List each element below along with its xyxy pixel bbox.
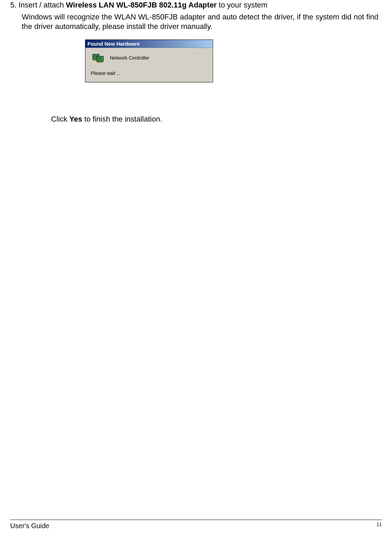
- svg-rect-9: [97, 59, 99, 60]
- svg-rect-2: [95, 55, 97, 56]
- dialog-screenshot: Found New Hardware: [85, 39, 382, 82]
- svg-rect-1: [93, 55, 95, 56]
- step-heading: 5. Insert / attach Wireless LAN WL-850FJ…: [10, 1, 382, 10]
- page-number: 11: [376, 522, 382, 527]
- svg-rect-11: [97, 62, 102, 63]
- step-suffix: to your system: [217, 1, 267, 9]
- device-label: Network Controller: [110, 55, 149, 61]
- page-footer: User's Guide 11: [10, 520, 382, 530]
- instruction-prefix: Click: [51, 115, 69, 123]
- footer-guide-label: User's Guide: [10, 522, 49, 530]
- please-wait-text: Please wait ...: [91, 70, 208, 76]
- svg-rect-8: [99, 57, 101, 58]
- footer-rule: [10, 520, 382, 520]
- click-yes-instruction: Click Yes to finish the installation.: [51, 115, 382, 124]
- hardware-card-icon: [92, 53, 104, 63]
- body-paragraph: Windows will recognize the WLAN WL-850FJ…: [22, 12, 378, 31]
- dialog-title: Found New Hardware: [87, 41, 140, 47]
- instruction-bold: Yes: [69, 115, 82, 123]
- svg-rect-4: [95, 57, 97, 58]
- product-name: Wireless LAN WL-850FJB 802.11g Adapter: [66, 1, 217, 9]
- instruction-suffix: to finish the installation.: [82, 115, 162, 123]
- device-row: Network Controller: [92, 53, 208, 63]
- svg-rect-3: [93, 57, 95, 58]
- svg-rect-7: [97, 57, 99, 58]
- dialog-body: Network Controller Please wait ...: [85, 48, 213, 82]
- svg-rect-10: [99, 59, 101, 60]
- found-new-hardware-dialog: Found New Hardware: [85, 39, 213, 82]
- step-number: 5.: [10, 1, 16, 9]
- step-prefix: Insert / attach: [18, 1, 66, 9]
- dialog-titlebar: Found New Hardware: [85, 40, 213, 48]
